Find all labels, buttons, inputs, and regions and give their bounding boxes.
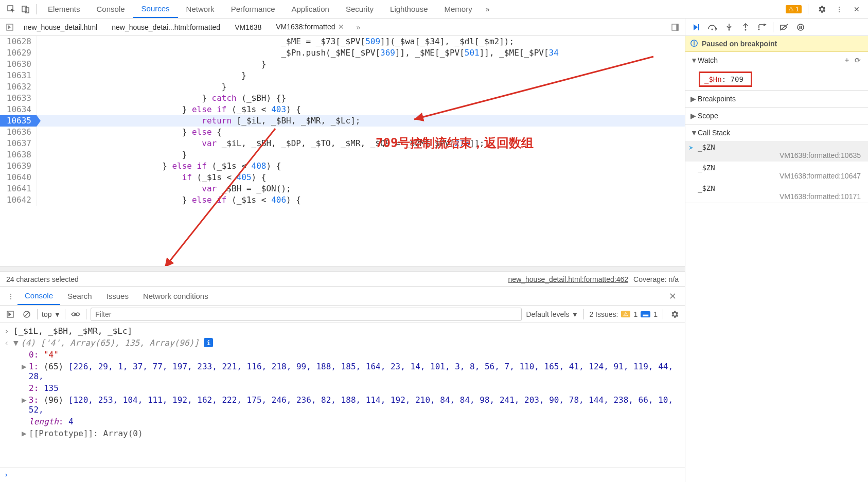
code-line[interactable]: 10630 } bbox=[0, 59, 685, 70]
code-text: var _$BH = _$ON(); bbox=[37, 183, 291, 194]
pause-on-exceptions-icon[interactable] bbox=[793, 20, 808, 34]
callstack-frame[interactable]: _$ZNVM1638:formatted:10171 bbox=[685, 182, 868, 203]
code-line[interactable]: 10628 _$ME = _$73[_$PV[509]](_$wa[_$34],… bbox=[0, 36, 685, 47]
device-toggle-icon[interactable] bbox=[19, 2, 33, 16]
code-line[interactable]: 10642 } else if (_$1s < 406) { bbox=[0, 194, 685, 206]
expand-icon[interactable]: ▼ bbox=[13, 338, 21, 348]
step-icon[interactable] bbox=[754, 20, 770, 34]
code-line[interactable]: 10637 var _$iL, _$BH, _$DP, _$TO, _$MR, … bbox=[0, 138, 685, 149]
line-number[interactable]: 10634 bbox=[0, 104, 37, 115]
line-number[interactable]: 10638 bbox=[0, 149, 37, 160]
tab-performance[interactable]: Performance bbox=[223, 1, 284, 17]
console-settings-icon[interactable] bbox=[668, 308, 681, 320]
code-line[interactable]: 10633 } catch (_$BH) {} bbox=[0, 93, 685, 104]
line-number[interactable]: 10633 bbox=[0, 93, 37, 104]
status-file-link[interactable]: new_house_detail.html:formatted:462 bbox=[508, 275, 628, 283]
code-line[interactable]: 10632 } bbox=[0, 81, 685, 93]
clear-console-icon[interactable] bbox=[21, 308, 33, 320]
step-out-icon[interactable] bbox=[738, 20, 753, 34]
callstack-frame[interactable]: _$ZNVM1638:formatted:10647 bbox=[685, 162, 868, 182]
info-icon[interactable]: i bbox=[204, 338, 213, 347]
console-output[interactable]: ›[_$iL, _$BH, _$MR, _$Lc] ‹▼(4) ['4', Ar… bbox=[0, 323, 685, 467]
tab-elements[interactable]: Elements bbox=[40, 1, 88, 17]
line-number[interactable]: 10636 bbox=[0, 127, 37, 138]
context-selector[interactable]: top ▼ bbox=[42, 310, 61, 318]
scope-header[interactable]: ▶ Scope bbox=[685, 108, 868, 124]
step-over-icon[interactable] bbox=[705, 20, 720, 34]
settings-icon[interactable] bbox=[814, 2, 829, 16]
source-code-viewer[interactable]: 10628 _$ME = _$73[_$PV[509]](_$wa[_$34],… bbox=[0, 36, 685, 266]
drawer-tab-network-conditions[interactable]: Network conditions bbox=[136, 288, 216, 305]
expand-icon[interactable]: ▶ bbox=[22, 429, 29, 438]
callstack-frame[interactable]: _$ZNVM1638:formatted:10635 bbox=[685, 141, 868, 162]
log-levels-dropdown[interactable]: Default levels ▼ bbox=[526, 310, 578, 318]
code-line[interactable]: 10640 if (_$1s < 405) { bbox=[0, 172, 685, 183]
tab-application[interactable]: Application bbox=[284, 1, 338, 17]
code-line[interactable]: 10635 return [_$iL, _$BH, _$MR, _$Lc]; bbox=[0, 115, 685, 127]
callstack-header[interactable]: ▼ Call Stack bbox=[685, 124, 868, 141]
tab-network[interactable]: Network bbox=[178, 1, 223, 17]
line-number[interactable]: 10641 bbox=[0, 183, 37, 194]
line-number[interactable]: 10632 bbox=[0, 81, 37, 93]
tab-security[interactable]: Security bbox=[338, 1, 382, 17]
expand-icon[interactable]: ▶ bbox=[22, 362, 29, 371]
tab-memory[interactable]: Memory bbox=[436, 1, 480, 17]
navigator-toggle-icon[interactable] bbox=[3, 21, 16, 34]
close-devtools-icon[interactable]: ✕ bbox=[849, 2, 864, 16]
line-number[interactable]: 10639 bbox=[0, 160, 37, 172]
console-sidebar-toggle-icon[interactable] bbox=[4, 308, 16, 320]
expand-icon[interactable]: ▶ bbox=[22, 395, 29, 405]
code-line[interactable]: 10639 } else if (_$1s < 408) { bbox=[0, 160, 685, 172]
close-icon[interactable]: ✕ bbox=[338, 23, 344, 31]
step-into-icon[interactable] bbox=[721, 20, 737, 34]
add-watch-icon[interactable]: ＋ bbox=[841, 56, 853, 65]
code-line[interactable]: 10638 } bbox=[0, 149, 685, 160]
breakpoints-header[interactable]: ▶ Breakpoints bbox=[685, 91, 868, 107]
code-line[interactable]: 10629 _$Pn.push(_$ME[_$PV[369]], _$ME[_$… bbox=[0, 47, 685, 59]
more-tabs-icon[interactable]: » bbox=[481, 2, 495, 16]
code-line[interactable]: 10634 } else if (_$1s < 403) { bbox=[0, 104, 685, 115]
code-line[interactable]: 10631 } bbox=[0, 70, 685, 81]
drawer-tab-console[interactable]: Console bbox=[17, 287, 60, 305]
watch-section: ▼ Watch ＋ ⟳ _$Hn: 709 bbox=[685, 52, 868, 91]
array-summary[interactable]: (4) ['4', Array(65), 135, Array(96)] bbox=[21, 338, 199, 348]
more-files-icon[interactable]: » bbox=[351, 21, 365, 34]
refresh-watch-icon[interactable]: ⟳ bbox=[853, 56, 863, 64]
kebab-menu-icon[interactable]: ⋮ bbox=[832, 2, 846, 16]
deactivate-breakpoints-icon[interactable] bbox=[776, 20, 792, 34]
tab-sources[interactable]: Sources bbox=[133, 0, 178, 18]
tab-console[interactable]: Console bbox=[88, 1, 133, 17]
drawer-menu-icon[interactable]: ⋮ bbox=[4, 290, 17, 303]
prototype-row[interactable]: [[Prototype]]: Array(0) bbox=[29, 429, 143, 438]
console-filter-input[interactable] bbox=[91, 308, 522, 321]
drawer-tab-search[interactable]: Search bbox=[60, 288, 99, 305]
code-line[interactable]: 10636 } else { bbox=[0, 127, 685, 138]
tab-lighthouse[interactable]: Lighthouse bbox=[382, 1, 436, 17]
watch-expression[interactable]: _$Hn: 709 bbox=[685, 68, 868, 90]
live-expression-icon[interactable] bbox=[69, 308, 82, 320]
line-number[interactable]: 10629 bbox=[0, 47, 37, 59]
warnings-badge[interactable]: ⚠1 bbox=[786, 5, 802, 13]
line-number[interactable]: 10628 bbox=[0, 36, 37, 47]
code-line[interactable]: 10641 var _$BH = _$ON(); bbox=[0, 183, 685, 194]
drawer-tab-issues[interactable]: Issues bbox=[99, 288, 136, 305]
console-prompt[interactable]: › bbox=[0, 467, 685, 482]
file-tab-3[interactable]: VM1638:formatted✕ bbox=[269, 20, 351, 35]
issues-counter[interactable]: 2 Issues: ⚠1 ▬1 bbox=[589, 310, 658, 318]
line-number[interactable]: 10635 bbox=[0, 115, 37, 127]
drawer-close-icon[interactable]: ✕ bbox=[665, 289, 681, 304]
code-text: } else { bbox=[37, 127, 222, 138]
inspect-icon[interactable] bbox=[4, 2, 19, 16]
horizontal-scrollbar[interactable] bbox=[0, 266, 685, 271]
line-number[interactable]: 10642 bbox=[0, 194, 37, 206]
line-number[interactable]: 10630 bbox=[0, 59, 37, 70]
file-tab-2[interactable]: VM1638 bbox=[227, 20, 269, 34]
watch-header[interactable]: ▼ Watch ＋ ⟳ bbox=[685, 52, 868, 68]
line-number[interactable]: 10640 bbox=[0, 172, 37, 183]
resume-icon[interactable] bbox=[688, 20, 704, 34]
line-number[interactable]: 10631 bbox=[0, 70, 37, 81]
run-snippet-icon[interactable] bbox=[668, 21, 682, 34]
file-tab-0[interactable]: new_house_detail.html bbox=[16, 20, 104, 34]
line-number[interactable]: 10637 bbox=[0, 138, 37, 149]
file-tab-1[interactable]: new_house_detai...html:formatted bbox=[104, 20, 227, 34]
